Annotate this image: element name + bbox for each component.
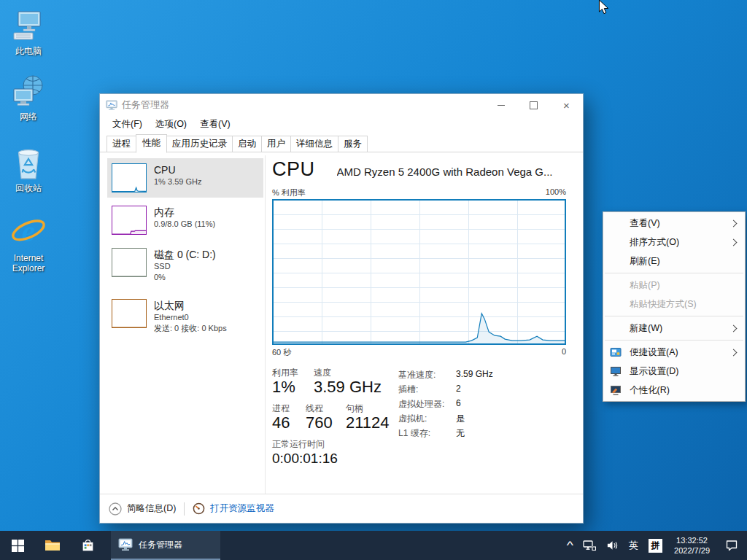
submenu-arrow-icon (730, 219, 738, 227)
stat-value-handles: 21124 (346, 413, 390, 432)
stat-label: 句柄 (346, 403, 390, 413)
context-menu-item-refresh[interactable]: 刷新(E) (603, 252, 745, 271)
sidebar-item-ethernet[interactable]: 以太网 Ethernet0 发送: 0 接收: 0 Kbps (107, 294, 263, 342)
tab-services[interactable]: 服务 (338, 136, 368, 152)
sidebar-separator (265, 155, 266, 494)
detail-value-base-speed: 3.59 GHz (456, 369, 493, 384)
network-icon (1, 71, 55, 109)
sidebar-item-subtitle: SSD (154, 261, 216, 272)
action-center-button[interactable] (716, 531, 747, 560)
internet-explorer-icon: e (1, 213, 55, 251)
close-button[interactable]: × (550, 95, 583, 116)
sidebar-item-subtitle2: 0% (154, 272, 216, 283)
context-menu-separator (605, 316, 743, 316)
show-hidden-icons-button[interactable]: ^ (560, 531, 581, 560)
tab-strip: 进程 性能 应用历史记录 启动 用户 详细信息 服务 (100, 133, 583, 152)
taskbar-app-label: 任务管理器 (139, 539, 182, 551)
sidebar-item-title: 磁盘 0 (C: D:) (154, 248, 216, 261)
desktop-icon-label: Internet Explorer (1, 253, 55, 273)
stat-label: 线程 (306, 403, 346, 413)
tab-users[interactable]: 用户 (261, 136, 291, 152)
ime-mode-indicator[interactable]: 拼 (643, 531, 667, 560)
submenu-arrow-icon (730, 238, 738, 246)
desktop-icon-internet-explorer[interactable]: e Internet Explorer (1, 213, 55, 273)
context-menu-item-sort-by[interactable]: 排序方式(O) (603, 233, 745, 252)
plot-x-right-label: 0 (562, 347, 566, 358)
tab-startup[interactable]: 启动 (232, 136, 262, 152)
mouse-cursor (598, 0, 608, 15)
this-pc-icon (1, 6, 55, 44)
file-explorer-button[interactable] (35, 531, 70, 560)
maximize-button[interactable] (517, 95, 550, 116)
maximize-icon (530, 101, 538, 109)
context-menu-separator (605, 340, 743, 341)
tab-app-history[interactable]: 应用历史记录 (166, 136, 233, 152)
context-menu-item-paste: 粘贴(P) (603, 276, 745, 295)
sidebar-item-cpu[interactable]: CPU 1% 3.59 GHz (107, 158, 263, 198)
stat-value-processes: 46 (272, 413, 306, 432)
tab-details[interactable]: 详细信息 (290, 136, 338, 152)
personalize-icon (610, 384, 622, 396)
file-explorer-icon (44, 539, 61, 552)
sidebar-item-subtitle2: 发送: 0 接收: 0 Kbps (154, 323, 227, 334)
footer-divider (184, 502, 185, 516)
menu-view[interactable]: 查看(V) (193, 117, 237, 132)
chevron-up-icon: ^ (567, 540, 573, 551)
start-button[interactable] (0, 531, 35, 560)
context-menu-item-display-settings[interactable]: 显示设置(D) (603, 362, 745, 381)
desktop-icon-recycle-bin[interactable]: 回收站 (1, 143, 55, 193)
microsoft-store-icon (81, 539, 95, 553)
sidebar-item-disk[interactable]: 磁盘 0 (C: D:) SSD 0% (107, 243, 263, 291)
recycle-bin-icon (1, 143, 55, 181)
menu-options[interactable]: 选项(O) (149, 117, 193, 132)
detail-value-l1-cache: 无 (456, 427, 493, 442)
minimize-icon (498, 105, 505, 106)
context-menu-separator (605, 273, 743, 273)
performance-sidebar: CPU 1% 3.59 GHz 内存 0.9/8.0 GB (11%) 磁盘 0… (107, 158, 263, 345)
collapse-chevron-icon[interactable] (109, 502, 122, 516)
tab-performance[interactable]: 性能 (136, 134, 167, 153)
fewer-details-button[interactable]: 简略信息(D) (127, 502, 176, 515)
resource-monitor-icon (193, 502, 205, 515)
window-title: 任务管理器 (122, 98, 484, 112)
taskbar-app-task-manager[interactable]: 任务管理器 (111, 531, 220, 560)
context-menu-item-paste-shortcut: 粘贴快捷方式(S) (603, 295, 745, 314)
microsoft-store-button[interactable] (70, 531, 105, 560)
sidebar-item-memory[interactable]: 内存 0.9/8.0 GB (11%) (107, 201, 263, 240)
network-tray-icon (583, 540, 596, 551)
menu-bar: 文件(F) 选项(O) 查看(V) (100, 116, 583, 133)
desktop-icon-network[interactable]: 网络 (1, 71, 55, 122)
close-icon: × (563, 99, 570, 112)
context-menu-item-personalize[interactable]: 个性化(R) (603, 381, 745, 400)
action-center-icon (725, 540, 738, 551)
sidebar-item-subtitle: Ethernet0 (154, 312, 227, 323)
disk-mini-chart (112, 248, 147, 277)
plot-y-max-label: 100% (546, 187, 566, 198)
minimize-button[interactable] (484, 95, 517, 116)
network-tray-button[interactable] (578, 531, 601, 560)
stat-label: 正常运行时间 (272, 439, 338, 449)
sidebar-item-title: CPU (154, 163, 201, 176)
title-bar[interactable]: 任务管理器 × (100, 94, 583, 116)
open-resource-monitor-link[interactable]: 打开资源监视器 (210, 502, 274, 515)
desktop-icon-this-pc[interactable]: 此电脑 (1, 6, 55, 56)
menu-file[interactable]: 文件(F) (106, 117, 149, 132)
context-menu-item-convenience-settings[interactable]: 便捷设置(A) (603, 343, 745, 362)
clock[interactable]: 13:32:52 2022/7/29 (667, 531, 716, 560)
submenu-arrow-icon (730, 349, 738, 356)
context-menu-item-view[interactable]: 查看(V) (603, 214, 745, 233)
cpu-utilization-graph[interactable] (272, 199, 566, 345)
task-manager-window: 任务管理器 × 文件(F) 选项(O) 查看(V) 进程 性能 应用历史记录 启… (99, 93, 584, 524)
hardware-name: AMD Ryzen 5 2400G with Radeon Vega G... (337, 166, 553, 178)
language-indicator[interactable]: 英 (624, 531, 643, 560)
plot-y-axis-label: % 利用率 (272, 187, 306, 198)
volume-tray-button[interactable] (601, 531, 624, 560)
task-manager-footer: 简略信息(D) 打开资源监视器 (100, 494, 583, 523)
detail-value-sockets: 2 (456, 384, 493, 398)
hardware-type-heading: CPU (272, 158, 315, 181)
context-menu-item-new[interactable]: 新建(W) (603, 319, 745, 338)
sidebar-item-subtitle: 1% 3.59 GHz (154, 176, 201, 187)
detail-label: L1 缓存: (398, 427, 456, 442)
tab-processes[interactable]: 进程 (107, 136, 136, 152)
time-text: 13:32:52 (676, 535, 708, 545)
